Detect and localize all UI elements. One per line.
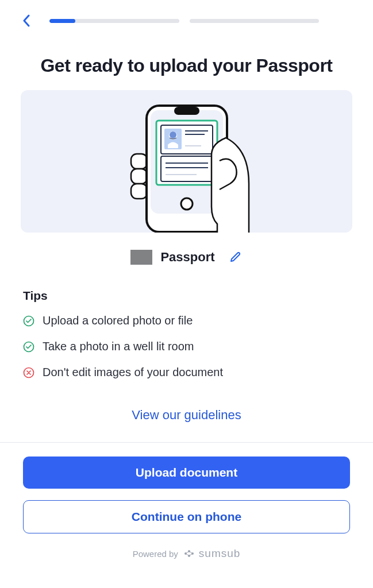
progress-fill-1 (49, 19, 75, 23)
actions: Upload document Continue on phone (0, 443, 373, 541)
svg-rect-14 (161, 156, 213, 181)
page-title: Get ready to upload your Passport (0, 38, 373, 90)
progress-step-2 (190, 19, 320, 23)
svg-point-10 (170, 131, 176, 138)
brand-name: sumsub (199, 547, 241, 560)
progress-steps (49, 19, 353, 23)
pencil-icon (230, 252, 241, 263)
back-button[interactable] (20, 14, 33, 28)
chevron-left-icon (22, 14, 30, 27)
tip-item: Don't edit images of your document (23, 366, 350, 379)
x-circle-icon (23, 367, 34, 378)
check-circle-icon (23, 341, 34, 353)
svg-rect-5 (174, 107, 199, 115)
continue-on-phone-button[interactable]: Continue on phone (23, 500, 350, 533)
footer: Powered by sumsub (0, 541, 373, 566)
document-type-row: Passport (0, 233, 373, 276)
tip-item: Upload a colored photo or file (23, 314, 350, 327)
svg-rect-1 (131, 169, 147, 184)
phone-illustration (121, 103, 253, 233)
svg-line-27 (186, 554, 189, 556)
tip-text: Upload a colored photo or file (43, 314, 193, 327)
tip-item: Take a photo in a well lit room (23, 340, 350, 353)
svg-point-18 (181, 198, 193, 210)
progress-step-1 (49, 19, 179, 23)
svg-rect-0 (131, 154, 147, 169)
tips-heading: Tips (23, 289, 350, 303)
check-circle-icon (23, 315, 34, 327)
svg-line-26 (186, 551, 189, 554)
svg-rect-2 (131, 184, 147, 199)
illustration-panel (21, 90, 352, 233)
tip-text: Don't edit images of your document (43, 366, 223, 379)
guidelines-link[interactable]: View our guidelines (0, 397, 373, 442)
edit-document-button[interactable] (229, 250, 243, 264)
sumsub-icon (183, 549, 195, 558)
tips-section: Tips Upload a colored photo or file Take… (0, 276, 373, 397)
svg-line-28 (189, 551, 193, 554)
tip-text: Take a photo in a well lit room (43, 340, 194, 353)
upload-document-button[interactable]: Upload document (23, 457, 350, 489)
svg-line-29 (189, 554, 193, 556)
brand-logo: sumsub (183, 547, 241, 560)
document-type-label: Passport (160, 250, 214, 265)
country-flag-icon (130, 250, 152, 265)
powered-by-label: Powered by (133, 549, 178, 559)
